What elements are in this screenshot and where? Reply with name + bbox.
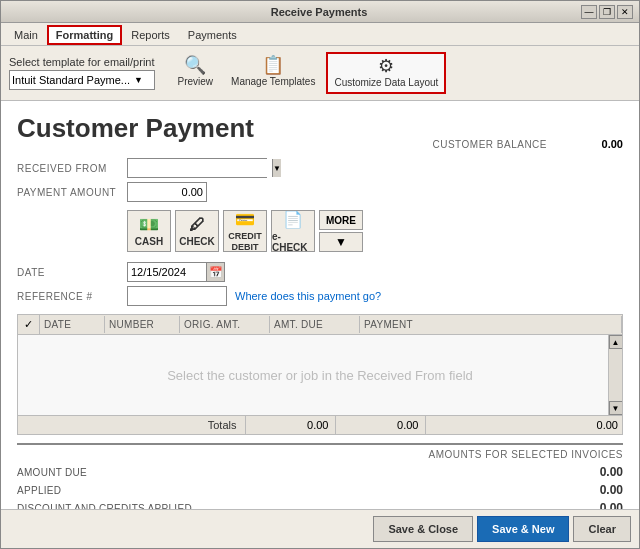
table-scrollbar: ▲ ▼ [608,335,622,415]
form-section: RECEIVED FROM ▼ PAYMENT AMOUNT 💵 CASH [17,158,623,306]
total-orig: 0.00 [245,416,335,434]
echeck-icon: 📄 [283,210,303,229]
footer: Save & Close Save & New Clear [1,509,639,548]
menu-main[interactable]: Main [5,25,47,45]
date-label: DATE [17,267,127,278]
col-due: AMT. DUE [270,316,360,333]
invoice-table: ✓ DATE NUMBER ORIG. AMT. AMT. DUE PAYMEN… [17,314,623,435]
amount-due-label: AMOUNT DUE [17,467,87,478]
scroll-down-button[interactable]: ▼ [609,401,623,415]
payment-amount-input[interactable] [127,182,207,202]
menu-payments[interactable]: Payments [179,25,246,45]
table-placeholder: Select the customer or job in the Receiv… [167,368,473,383]
template-select[interactable]: Intuit Standard Payme... ▼ [9,70,155,90]
toolbar-buttons: 🔍 Preview 📋 Manage Templates ⚙ Customize… [171,52,447,94]
menu-formatting[interactable]: Formatting [47,25,122,45]
payment-amount-label: PAYMENT AMOUNT [17,187,127,198]
amounts-section: AMOUNTS FOR SELECTED INVOICES AMOUNT DUE… [17,443,623,509]
window: Receive Payments — ❐ ✕ Main Formatting R… [0,0,640,549]
check-button[interactable]: 🖊 CHECK [175,210,219,252]
check-icon: 🖊 [189,216,205,234]
template-dropdown-arrow[interactable]: ▼ [134,75,143,85]
title-controls: — ❐ ✕ [581,5,633,19]
cash-icon: 💵 [139,215,159,234]
col-orig: ORIG. AMT. [180,316,270,333]
save-new-button[interactable]: Save & New [477,516,569,542]
amounts-section-label: AMOUNTS FOR SELECTED INVOICES [17,449,623,460]
col-check: ✓ [18,315,40,334]
amount-due-value: 0.00 [573,465,623,479]
customize-data-layout-button[interactable]: ⚙ Customize Data Layout [326,52,446,94]
more-down-arrow[interactable]: ▼ [319,232,363,252]
received-from-row: RECEIVED FROM ▼ [17,158,623,178]
manage-templates-button[interactable]: 📋 Manage Templates [224,52,322,94]
customer-balance-label: CUSTOMER BALANCE [432,139,547,150]
minimize-button[interactable]: — [581,5,597,19]
where-link[interactable]: Where does this payment go? [235,290,381,302]
preview-icon: 🔍 [184,56,206,74]
reference-input[interactable] [127,286,227,306]
applied-value: 0.00 [573,483,623,497]
template-label: Select template for email/print [9,56,155,68]
more-button[interactable]: MORE [319,210,363,230]
calendar-icon[interactable]: 📅 [207,262,225,282]
amount-due-row: AMOUNT DUE 0.00 [17,464,623,480]
totals-row: Totals 0.00 0.00 0.00 [18,415,622,434]
manage-templates-icon: 📋 [262,56,284,74]
menu-reports[interactable]: Reports [122,25,179,45]
received-from-input[interactable] [128,159,272,177]
credit-debit-button[interactable]: 💳 CREDIT DEBIT [223,210,267,252]
date-input[interactable] [127,262,207,282]
close-button[interactable]: ✕ [617,5,633,19]
received-from-label: RECEIVED FROM [17,163,127,174]
table-header: ✓ DATE NUMBER ORIG. AMT. AMT. DUE PAYMEN… [18,315,622,335]
discount-row: DISCOUNT AND CREDITS APPLIED 0.00 [17,500,623,509]
window-title: Receive Payments [57,6,581,18]
received-from-dropdown[interactable]: ▼ [272,159,281,177]
form-title: Customer Payment [17,113,254,144]
menu-bar: Main Formatting Reports Payments [1,23,639,46]
customize-icon: ⚙ [378,57,394,75]
toolbar: Select template for email/print Intuit S… [1,46,639,101]
preview-button[interactable]: 🔍 Preview [171,52,221,94]
col-number: NUMBER [105,316,180,333]
clear-button[interactable]: Clear [573,516,631,542]
received-from-field[interactable]: ▼ [127,158,267,178]
save-close-button[interactable]: Save & Close [373,516,473,542]
cash-button[interactable]: 💵 CASH [127,210,171,252]
col-payment: PAYMENT [360,316,622,333]
payment-amount-row: PAYMENT AMOUNT [17,182,623,202]
main-content: Customer Payment CUSTOMER BALANCE 0.00 R… [1,101,639,509]
echeck-button[interactable]: 📄 e-CHECK [271,210,315,252]
discount-value: 0.00 [573,501,623,509]
applied-row: APPLIED 0.00 [17,482,623,498]
total-payment: 0.00 [425,416,623,434]
credit-icon: 💳 [235,210,255,229]
reference-row: REFERENCE # Where does this payment go? [17,286,623,306]
date-row: DATE 📅 [17,262,623,282]
more-down-col: MORE ▼ [319,210,363,252]
total-due: 0.00 [335,416,425,434]
customer-balance-value: 0.00 [583,138,623,150]
scroll-up-button[interactable]: ▲ [609,335,623,349]
title-bar: Receive Payments — ❐ ✕ [1,1,639,23]
payment-methods: 💵 CASH 🖊 CHECK 💳 CREDIT DEBIT 📄 e-CHECK [127,210,363,252]
applied-label: APPLIED [17,485,61,496]
table-body: Select the customer or job in the Receiv… [18,335,622,415]
restore-button[interactable]: ❐ [599,5,615,19]
date-wrap: 📅 [127,262,225,282]
template-value: Intuit Standard Payme... [12,74,130,86]
reference-label: REFERENCE # [17,291,127,302]
col-date: DATE [40,316,105,333]
totals-label: Totals [40,416,245,434]
